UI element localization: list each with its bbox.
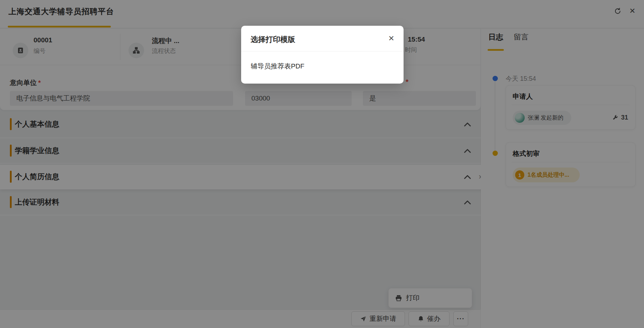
modal-divider xyxy=(241,51,404,51)
modal-title: 选择打印模版 xyxy=(251,35,295,44)
page: 上海交通大学辅导员招聘平台 ✕ 00001 编号 流程中 ... 流程状态 15… xyxy=(0,0,644,328)
print-template-modal: 选择打印模版 ✕ 辅导员推荐表PDF xyxy=(241,26,404,84)
template-option-pdf[interactable]: 辅导员推荐表PDF xyxy=(241,57,404,76)
modal-close-button[interactable]: ✕ xyxy=(388,34,394,43)
